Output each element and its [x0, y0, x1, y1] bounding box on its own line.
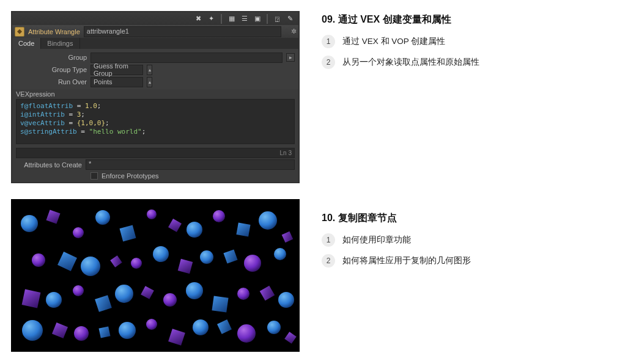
svg-point-41: [146, 319, 157, 330]
svg-point-1: [21, 215, 38, 232]
lesson-item[interactable]: 1 如何使用印章功能: [322, 233, 617, 247]
panel-toolbar: ✖ ✦ ▦ ☰ ▣ ⍰ ✎: [12, 12, 298, 25]
svg-point-11: [259, 211, 277, 230]
vex-code-editor[interactable]: f@floatAttrib = 1.0; i@intAttrib = 3; v@…: [16, 99, 295, 144]
svg-point-26: [73, 285, 84, 296]
group-type-value: Guess from Group: [94, 62, 140, 77]
lesson-block: 09. 通过 VEX 创建变量和属性 1 通过 VEX 和 VOP 创建属性 2…: [322, 13, 617, 69]
svg-point-45: [237, 324, 256, 343]
houdini-panel: ✖ ✦ ▦ ☰ ▣ ⍰ ✎ Attribute Wrangle attribwr…: [11, 11, 300, 183]
step-badge: 2: [322, 56, 335, 69]
wrench-icon[interactable]: ✖: [194, 14, 203, 23]
attrs-create-label: Attributes to Create: [16, 161, 82, 169]
step-badge: 1: [322, 35, 335, 48]
run-over-label: Run Over: [16, 78, 87, 86]
step-text: 通过 VEX 和 VOP 创建属性: [342, 36, 445, 47]
svg-point-30: [163, 293, 177, 307]
svg-point-28: [115, 285, 133, 303]
svg-point-40: [119, 322, 136, 339]
lesson-title: 10. 复制图章节点: [322, 212, 617, 225]
svg-point-38: [74, 326, 89, 341]
svg-point-18: [153, 246, 169, 262]
updown-icon[interactable]: ▴: [147, 77, 152, 87]
step-text: 如何将属性应用于复制的几何图形: [342, 255, 471, 266]
lesson-item[interactable]: 2 如何将属性应用于复制的几何图形: [322, 254, 617, 268]
svg-point-17: [131, 258, 142, 269]
group-type-label: Group Type: [16, 66, 87, 73]
svg-point-36: [22, 320, 43, 341]
svg-point-13: [32, 253, 45, 267]
lesson-block: 10. 复制图章节点 1 如何使用印章功能 2 如何将属性应用于复制的几何图形: [322, 212, 617, 268]
lesson-title: 09. 通过 VEX 创建变量和属性: [322, 13, 617, 26]
run-over-select[interactable]: Points: [91, 77, 143, 87]
node-type-label: Attribute Wrangle: [28, 28, 80, 35]
param-block: Group ▸ Group Type Guess from Group ▴ Ru…: [12, 49, 298, 89]
svg-rect-32: [212, 296, 228, 312]
step-text: 如何使用印章功能: [342, 235, 411, 246]
box-icon[interactable]: ▣: [253, 14, 262, 23]
status-bar: Ln 3: [16, 148, 295, 158]
lightbulb-icon[interactable]: ✦: [207, 14, 216, 23]
run-over-value: Points: [94, 78, 113, 86]
svg-point-31: [186, 282, 203, 299]
svg-point-33: [237, 288, 249, 300]
pin-icon[interactable]: ✎: [286, 14, 295, 23]
svg-rect-10: [236, 222, 250, 236]
lesson-item[interactable]: 1 通过 VEX 和 VOP 创建属性: [322, 35, 617, 48]
render-thumbnail: [11, 199, 300, 352]
svg-point-46: [267, 321, 281, 334]
attrs-create-field[interactable]: *: [86, 159, 295, 170]
node-header: Attribute Wrangle attribwrangle1 ✲: [12, 25, 298, 37]
grid-icon[interactable]: ▦: [227, 14, 236, 23]
svg-point-22: [244, 255, 261, 272]
group-label: Group: [16, 54, 87, 61]
enforce-label: Enforce Prototypes: [102, 172, 159, 180]
svg-point-15: [81, 257, 100, 276]
svg-point-35: [278, 292, 294, 308]
toolbar-separator: [267, 14, 268, 24]
gear-icon[interactable]: ✲: [289, 27, 298, 37]
step-text: 从另一个对象读取点属性和原始属性: [342, 57, 479, 68]
group-field[interactable]: [91, 53, 283, 63]
tab-code[interactable]: Code: [12, 38, 41, 49]
step-badge: 1: [322, 233, 335, 247]
step-badge: 2: [322, 254, 335, 268]
svg-rect-39: [99, 327, 111, 338]
svg-point-9: [213, 210, 225, 222]
svg-rect-24: [22, 289, 41, 308]
svg-point-8: [187, 222, 202, 238]
toolbar-separator: [221, 14, 222, 24]
lesson-list: 09. 通过 VEX 创建变量和属性 1 通过 VEX 和 VOP 创建属性 2…: [322, 11, 617, 364]
vexpression-label: VEXpression: [12, 89, 298, 98]
svg-point-4: [95, 210, 110, 225]
node-name-field[interactable]: attribwrangle1: [84, 26, 281, 37]
group-type-select[interactable]: Guess from Group: [91, 65, 143, 75]
list-icon[interactable]: ☰: [240, 14, 249, 23]
lesson-item[interactable]: 2 从另一个对象读取点属性和原始属性: [322, 56, 617, 69]
tab-bindings[interactable]: Bindings: [41, 38, 79, 49]
group-menu-icon[interactable]: ▸: [286, 53, 295, 62]
updown-icon[interactable]: ▴: [147, 65, 152, 75]
help-icon[interactable]: ⍰: [273, 14, 282, 23]
svg-point-3: [73, 227, 84, 238]
attribute-wrangle-icon: [15, 27, 24, 37]
svg-point-23: [274, 248, 286, 260]
enforce-checkbox[interactable]: [91, 172, 98, 180]
svg-point-43: [193, 319, 209, 335]
svg-point-6: [147, 209, 157, 219]
cursor-line: Ln 3: [280, 150, 292, 156]
param-tabs: Code Bindings: [12, 38, 298, 49]
svg-point-20: [200, 250, 213, 264]
svg-point-25: [46, 292, 62, 308]
